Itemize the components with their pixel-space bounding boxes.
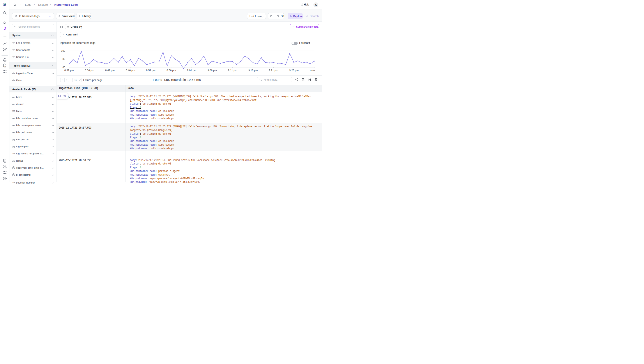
svg-text:123: 123 bbox=[12, 110, 15, 112]
svg-text:60: 60 bbox=[62, 66, 65, 68]
svg-text:A: A bbox=[12, 80, 13, 81]
svg-text:123: 123 bbox=[12, 153, 15, 154]
svg-text:A: A bbox=[12, 42, 13, 44]
svg-text:9:06 pm: 9:06 pm bbox=[208, 69, 217, 72]
svg-text:B: B bbox=[14, 56, 15, 58]
svg-text:8:56 pm: 8:56 pm bbox=[166, 69, 176, 72]
svg-text:8:36 pm: 8:36 pm bbox=[85, 69, 94, 72]
svg-text:B: B bbox=[14, 42, 15, 44]
svg-text:100: 100 bbox=[61, 50, 65, 52]
svg-text:A: A bbox=[12, 73, 13, 74]
svg-text:9:26 pm: 9:26 pm bbox=[289, 69, 298, 72]
svg-text:9:21 pm: 9:21 pm bbox=[269, 69, 278, 72]
svg-text:9:01 pm: 9:01 pm bbox=[187, 69, 196, 72]
svg-text:B: B bbox=[14, 80, 15, 81]
svg-text:123: 123 bbox=[12, 182, 15, 182]
svg-text:9:11 pm: 9:11 pm bbox=[228, 69, 237, 72]
svg-text:80: 80 bbox=[62, 58, 65, 60]
svg-text:A: A bbox=[12, 49, 13, 50]
svg-text:8:32 pm: 8:32 pm bbox=[64, 69, 74, 72]
svg-text:8:41 pm: 8:41 pm bbox=[105, 69, 114, 72]
svg-text:B: B bbox=[14, 49, 15, 50]
svg-text:8:46 pm: 8:46 pm bbox=[126, 69, 135, 72]
svg-text:8:51 pm: 8:51 pm bbox=[146, 69, 156, 72]
svg-text:SQL: SQL bbox=[4, 66, 6, 67]
svg-text:now: now bbox=[310, 69, 315, 72]
svg-text:A: A bbox=[12, 56, 13, 58]
svg-text:B: B bbox=[14, 73, 15, 74]
svg-text:9:16 pm: 9:16 pm bbox=[248, 69, 258, 72]
